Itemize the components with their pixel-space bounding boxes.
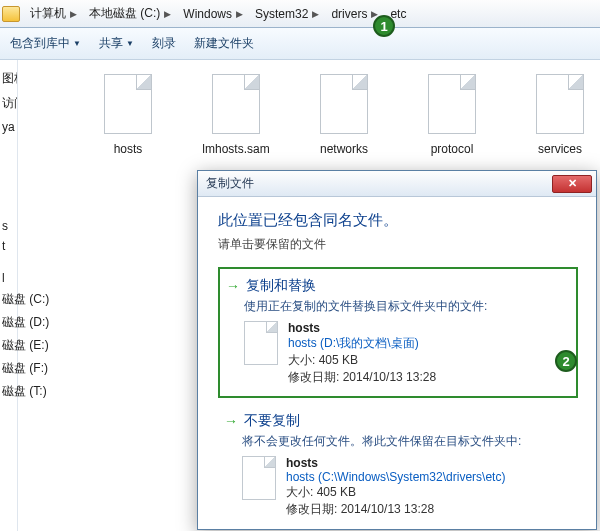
chevron-right-icon[interactable]: ▶ <box>312 9 319 19</box>
file-size: 大小: 405 KB <box>286 484 505 501</box>
file-name: protocol <box>431 142 474 156</box>
file-name: hosts <box>114 142 143 156</box>
file-icon <box>104 74 152 134</box>
file-name: hosts <box>286 456 505 470</box>
tree-item[interactable]: l <box>0 268 60 288</box>
nav-tree-partial: s t l 磁盘 (C:) 磁盘 (D:) 磁盘 (E:) 磁盘 (F:) 磁盘… <box>0 216 60 403</box>
arrow-right-icon: → <box>226 278 240 294</box>
file-item-protocol[interactable]: protocol <box>412 74 492 156</box>
file-name: lmhosts.sam <box>202 142 269 156</box>
dialog-heading: 此位置已经包含同名文件。 <box>218 211 578 230</box>
file-path: hosts (C:\Windows\System32\drivers\etc) <box>286 470 505 484</box>
file-icon <box>244 321 278 365</box>
chevron-right-icon[interactable]: ▶ <box>164 9 171 19</box>
chevron-down-icon: ▼ <box>73 39 81 48</box>
close-icon: ✕ <box>568 177 577 190</box>
file-item-hosts[interactable]: hosts <box>88 74 168 156</box>
annotation-badge-1: 1 <box>373 15 395 37</box>
file-item-lmhosts[interactable]: lmhosts.sam <box>196 74 276 156</box>
breadcrumb-system32[interactable]: System32▶ <box>249 0 325 27</box>
breadcrumb-localdisk-c[interactable]: 本地磁盘 (C:)▶ <box>83 0 177 27</box>
sidebar-item[interactable]: ya <box>0 116 17 138</box>
breadcrumb-windows[interactable]: Windows▶ <box>177 0 249 27</box>
option-title: 不要复制 <box>244 412 300 430</box>
tree-item[interactable]: s <box>0 216 60 236</box>
address-bar: 计算机▶ 本地磁盘 (C:)▶ Windows▶ System32▶ drive… <box>0 0 600 28</box>
option-desc: 将不会更改任何文件。将此文件保留在目标文件夹中: <box>242 433 572 450</box>
tree-item[interactable]: t <box>0 236 60 256</box>
file-path: hosts (D:\我的文档\桌面) <box>288 335 436 352</box>
file-size: 大小: 405 KB <box>288 352 436 369</box>
option-copy-and-replace[interactable]: →复制和替换 使用正在复制的文件替换目标文件夹中的文件: hosts hosts… <box>218 267 578 398</box>
file-icon <box>428 74 476 134</box>
chevron-down-icon: ▼ <box>126 39 134 48</box>
dialog-title: 复制文件 <box>206 175 254 192</box>
file-date: 修改日期: 2014/10/13 13:28 <box>288 369 436 386</box>
arrow-right-icon: → <box>224 413 238 429</box>
file-name: networks <box>320 142 368 156</box>
annotation-badge-2: 2 <box>555 350 577 372</box>
file-item-networks[interactable]: networks <box>304 74 384 156</box>
option-dont-copy[interactable]: →不要复制 将不会更改任何文件。将此文件保留在目标文件夹中: hosts hos… <box>218 404 578 528</box>
new-folder-button[interactable]: 新建文件夹 <box>194 35 254 52</box>
include-in-library-button[interactable]: 包含到库中▼ <box>10 35 81 52</box>
file-icon <box>536 74 584 134</box>
share-button[interactable]: 共享▼ <box>99 35 134 52</box>
dialog-subheading: 请单击要保留的文件 <box>218 236 578 253</box>
file-icon <box>320 74 368 134</box>
dialog-titlebar[interactable]: 复制文件 ✕ <box>198 171 596 197</box>
option-desc: 使用正在复制的文件替换目标文件夹中的文件: <box>244 298 570 315</box>
file-icon <box>212 74 260 134</box>
close-button[interactable]: ✕ <box>552 175 592 193</box>
file-name: services <box>538 142 582 156</box>
file-date: 修改日期: 2014/10/13 13:28 <box>286 501 505 518</box>
tree-item-disk-f[interactable]: 磁盘 (F:) <box>0 357 60 380</box>
explorer-toolbar: 包含到库中▼ 共享▼ 刻录 新建文件夹 <box>0 28 600 60</box>
tree-item-disk-d[interactable]: 磁盘 (D:) <box>0 311 60 334</box>
burn-button[interactable]: 刻录 <box>152 35 176 52</box>
sidebar-item[interactable]: 图标 <box>0 66 17 91</box>
file-icon <box>242 456 276 500</box>
sidebar-item[interactable]: 访问的位置 <box>0 91 17 116</box>
file-item-services[interactable]: services <box>520 74 600 156</box>
tree-item-disk-t[interactable]: 磁盘 (T:) <box>0 380 60 403</box>
breadcrumb-computer[interactable]: 计算机▶ <box>24 0 83 27</box>
chevron-right-icon[interactable]: ▶ <box>70 9 77 19</box>
file-name: hosts <box>288 321 436 335</box>
tree-item-disk-e[interactable]: 磁盘 (E:) <box>0 334 60 357</box>
tree-item-disk-c[interactable]: 磁盘 (C:) <box>0 288 60 311</box>
copy-file-dialog: 复制文件 ✕ 此位置已经包含同名文件。 请单击要保留的文件 →复制和替换 使用正… <box>197 170 597 530</box>
chevron-right-icon[interactable]: ▶ <box>236 9 243 19</box>
option-title: 复制和替换 <box>246 277 316 295</box>
folder-icon <box>2 6 20 22</box>
